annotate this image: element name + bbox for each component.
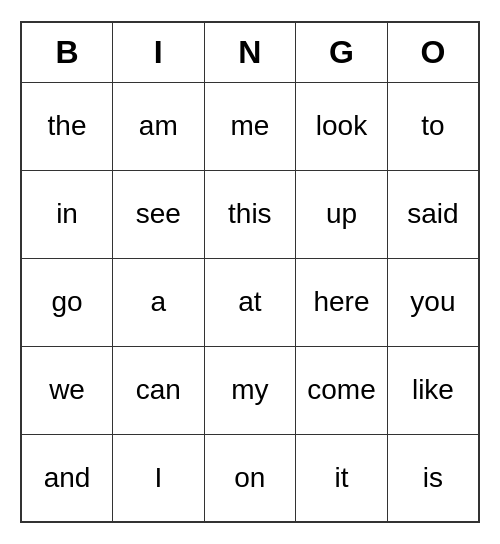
bingo-row-3: wecanmycomelike bbox=[21, 346, 479, 434]
bingo-cell-2-0: go bbox=[21, 258, 113, 346]
header-col-g: G bbox=[296, 22, 388, 82]
bingo-cell-0-3: look bbox=[296, 82, 388, 170]
bingo-cell-2-2: at bbox=[204, 258, 296, 346]
bingo-cell-1-3: up bbox=[296, 170, 388, 258]
header-col-o: O bbox=[387, 22, 479, 82]
bingo-cell-3-2: my bbox=[204, 346, 296, 434]
bingo-row-2: goaathereyou bbox=[21, 258, 479, 346]
bingo-cell-3-4: like bbox=[387, 346, 479, 434]
bingo-cell-2-4: you bbox=[387, 258, 479, 346]
bingo-cell-4-2: on bbox=[204, 434, 296, 522]
bingo-row-4: andIonitis bbox=[21, 434, 479, 522]
bingo-cell-4-0: and bbox=[21, 434, 113, 522]
bingo-cell-1-2: this bbox=[204, 170, 296, 258]
bingo-cell-0-2: me bbox=[204, 82, 296, 170]
bingo-cell-4-4: is bbox=[387, 434, 479, 522]
bingo-row-1: inseethisupsaid bbox=[21, 170, 479, 258]
bingo-cell-0-4: to bbox=[387, 82, 479, 170]
bingo-cell-1-0: in bbox=[21, 170, 113, 258]
bingo-cell-1-1: see bbox=[113, 170, 205, 258]
bingo-cell-3-0: we bbox=[21, 346, 113, 434]
header-row: BINGO bbox=[21, 22, 479, 82]
bingo-cell-0-0: the bbox=[21, 82, 113, 170]
bingo-cell-2-3: here bbox=[296, 258, 388, 346]
bingo-cell-2-1: a bbox=[113, 258, 205, 346]
bingo-cell-3-1: can bbox=[113, 346, 205, 434]
bingo-body: theammelooktoinseethisupsaidgoaathereyou… bbox=[21, 82, 479, 522]
bingo-cell-1-4: said bbox=[387, 170, 479, 258]
bingo-cell-4-3: it bbox=[296, 434, 388, 522]
bingo-cell-0-1: am bbox=[113, 82, 205, 170]
bingo-cell-4-1: I bbox=[113, 434, 205, 522]
bingo-card: BINGO theammelooktoinseethisupsaidgoaath… bbox=[20, 21, 480, 523]
bingo-row-0: theammelookto bbox=[21, 82, 479, 170]
header-col-n: N bbox=[204, 22, 296, 82]
header-col-i: I bbox=[113, 22, 205, 82]
bingo-cell-3-3: come bbox=[296, 346, 388, 434]
header-col-b: B bbox=[21, 22, 113, 82]
